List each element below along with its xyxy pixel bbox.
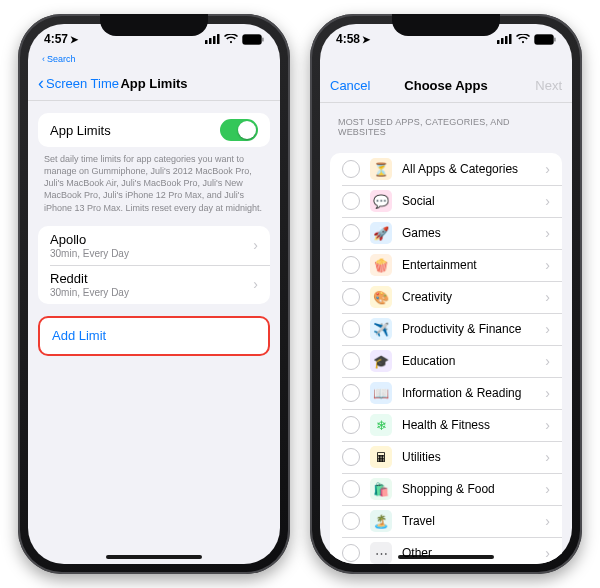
phone-app-limits: 4:57 ➤ ‹ Search ‹ Screen Time App Limits <box>18 14 290 574</box>
nav-bar: ‹ Screen Time App Limits <box>28 66 280 101</box>
category-row[interactable]: 📖Information & Reading› <box>330 377 562 409</box>
category-row[interactable]: 🛍️Shopping & Food› <box>330 473 562 505</box>
chevron-right-icon: › <box>253 277 258 291</box>
app-limits-switch[interactable] <box>220 119 258 141</box>
limit-row[interactable]: Apollo30min, Every Day› <box>38 226 270 265</box>
radio[interactable] <box>342 224 360 242</box>
chevron-right-icon: › <box>253 238 258 252</box>
category-icon: 🎨 <box>370 286 392 308</box>
master-toggle-footer: Set daily time limits for app categories… <box>28 147 280 214</box>
next-label: Next <box>535 78 562 93</box>
nav-back-label: Screen Time <box>46 76 119 91</box>
next-button[interactable]: Next <box>446 78 562 93</box>
limit-row[interactable]: Reddit30min, Every Day› <box>38 265 270 304</box>
chevron-right-icon: › <box>545 386 550 400</box>
hardware-notch <box>100 14 208 36</box>
radio[interactable] <box>342 448 360 466</box>
add-limit-button[interactable]: Add Limit <box>38 316 270 356</box>
category-row[interactable]: 🖩Utilities› <box>330 441 562 473</box>
location-icon: ➤ <box>362 34 370 45</box>
nav-back-button[interactable]: ‹ Screen Time <box>38 74 154 92</box>
add-limit-label: Add Limit <box>52 328 106 343</box>
cell-signal-icon <box>497 34 512 44</box>
svg-rect-13 <box>554 37 555 41</box>
status-time: 4:57 <box>44 32 68 46</box>
radio[interactable] <box>342 256 360 274</box>
limit-detail: 30min, Every Day <box>50 287 253 298</box>
radio[interactable] <box>342 160 360 178</box>
scroll-view[interactable]: Most Used Apps, Categories, and Websites… <box>320 103 572 564</box>
radio[interactable] <box>342 384 360 402</box>
category-row[interactable]: ⋯Other› <box>330 537 562 564</box>
chevron-right-icon: › <box>545 290 550 304</box>
category-label: All Apps & Categories <box>402 162 518 176</box>
radio[interactable] <box>342 512 360 530</box>
cell-signal-icon <box>205 34 220 44</box>
category-row[interactable]: ✈️Productivity & Finance› <box>330 313 562 345</box>
category-label: Shopping & Food <box>402 482 495 496</box>
category-label: Entertainment <box>402 258 477 272</box>
breadcrumb-search[interactable]: ‹ Search <box>28 54 280 66</box>
radio[interactable] <box>342 288 360 306</box>
svg-rect-12 <box>536 36 552 43</box>
category-icon: ❄︎ <box>370 414 392 436</box>
chevron-right-icon: › <box>545 162 550 176</box>
svg-rect-5 <box>244 36 260 43</box>
category-icon: 💬 <box>370 190 392 212</box>
chevron-left-icon: ‹ <box>38 74 44 92</box>
category-label: Travel <box>402 514 435 528</box>
cancel-button[interactable]: Cancel <box>330 78 446 93</box>
category-row[interactable]: ⏳All Apps & Categories› <box>330 153 562 185</box>
chevron-right-icon: › <box>545 258 550 272</box>
status-time: 4:58 <box>336 32 360 46</box>
category-row[interactable]: 🍿Entertainment› <box>330 249 562 281</box>
chevron-right-icon: › <box>545 322 550 336</box>
radio[interactable] <box>342 544 360 562</box>
battery-icon <box>534 34 556 45</box>
screen: 4:58 ➤ Cancel Choose Apps Next Most Used… <box>320 24 572 564</box>
radio[interactable] <box>342 352 360 370</box>
radio[interactable] <box>342 416 360 434</box>
radio[interactable] <box>342 320 360 338</box>
master-toggle-group: App Limits <box>38 113 270 147</box>
master-toggle-cell: App Limits <box>38 113 270 147</box>
chevron-right-icon: › <box>545 546 550 560</box>
home-indicator[interactable] <box>106 555 202 559</box>
home-indicator[interactable] <box>398 555 494 559</box>
screen: 4:57 ➤ ‹ Search ‹ Screen Time App Limits <box>28 24 280 564</box>
hardware-notch <box>392 14 500 36</box>
breadcrumb-label: Search <box>47 54 76 64</box>
svg-rect-9 <box>505 36 508 44</box>
category-row[interactable]: 💬Social› <box>330 185 562 217</box>
category-label: Productivity & Finance <box>402 322 521 336</box>
chevron-right-icon: › <box>545 450 550 464</box>
category-label: Health & Fitness <box>402 418 490 432</box>
svg-rect-1 <box>209 38 212 44</box>
chevron-left-icon: ‹ <box>42 54 45 64</box>
category-row[interactable]: ❄︎Health & Fitness› <box>330 409 562 441</box>
category-row[interactable]: 🎓Education› <box>330 345 562 377</box>
svg-rect-3 <box>217 34 220 44</box>
category-icon: ⋯ <box>370 542 392 564</box>
limit-name: Apollo <box>50 232 253 247</box>
category-row[interactable]: 🎨Creativity› <box>330 281 562 313</box>
chevron-right-icon: › <box>545 482 550 496</box>
radio[interactable] <box>342 192 360 210</box>
nav-bar: Cancel Choose Apps Next <box>320 68 572 103</box>
svg-rect-7 <box>497 40 500 44</box>
category-row[interactable]: 🚀Games› <box>330 217 562 249</box>
category-icon: 🖩 <box>370 446 392 468</box>
radio[interactable] <box>342 480 360 498</box>
wifi-icon <box>224 34 238 44</box>
svg-rect-6 <box>262 37 263 41</box>
category-row[interactable]: 🏝️Travel› <box>330 505 562 537</box>
chevron-right-icon: › <box>545 194 550 208</box>
category-label: Education <box>402 354 455 368</box>
category-icon: 🚀 <box>370 222 392 244</box>
svg-rect-8 <box>501 38 504 44</box>
scroll-view[interactable]: App Limits Set daily time limits for app… <box>28 101 280 563</box>
phone-choose-apps: 4:58 ➤ Cancel Choose Apps Next Most Used… <box>310 14 582 574</box>
category-icon: ✈️ <box>370 318 392 340</box>
category-label: Games <box>402 226 441 240</box>
location-icon: ➤ <box>70 34 78 45</box>
